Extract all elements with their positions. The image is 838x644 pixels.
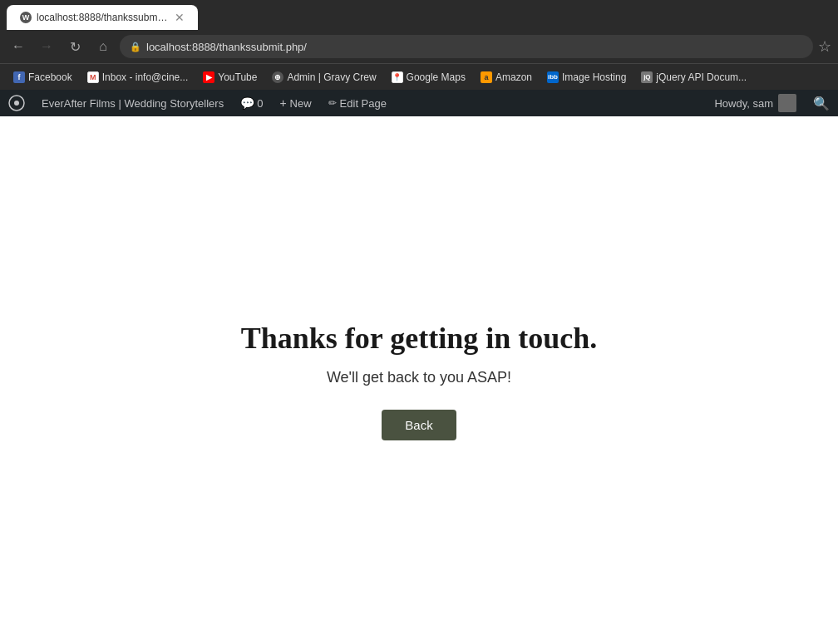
bookmark-label: Image Hosting <box>562 71 626 83</box>
wp-comments-item[interactable]: 💬 0 <box>232 90 271 116</box>
active-tab[interactable]: W localhost:8888/thankssubmit.php/ ✕ <box>7 5 198 30</box>
address-text: localhost:8888/thankssubmit.php/ <box>146 41 803 53</box>
bookmark-amazon[interactable]: a Amazon <box>474 69 539 86</box>
wp-new-item[interactable]: + New <box>271 90 319 116</box>
bookmark-jquery[interactable]: jQ jQuery API Docum... <box>634 69 753 86</box>
wordpress-icon <box>8 95 25 111</box>
thank-you-heading: Thanks for getting in touch. <box>241 321 597 356</box>
bookmark-youtube[interactable]: ▶ YouTube <box>196 69 264 86</box>
wp-edit-page-item[interactable]: ✏ Edit Page <box>320 90 395 116</box>
wp-site-name[interactable]: EverAfter Films | Wedding Storytellers <box>33 90 232 116</box>
facebook-icon: f <box>13 71 25 83</box>
bookmark-admin[interactable]: ⊕ Admin | Gravy Crew <box>265 69 382 86</box>
bookmarks-bar: f Facebook M Inbox - info@cine... ▶ YouT… <box>0 63 838 90</box>
gmail-icon: M <box>87 71 99 83</box>
tab-favicon: W <box>20 12 32 23</box>
amazon-icon: a <box>481 71 492 83</box>
howdy-text: Howdy, sam <box>714 97 773 110</box>
bookmark-inbox[interactable]: M Inbox - info@cine... <box>81 69 195 86</box>
browser-chrome: W localhost:8888/thankssubmit.php/ ✕ ← →… <box>0 0 838 90</box>
wp-bar-right: Howdy, sam 🔍 <box>706 94 838 112</box>
bookmark-label: Admin | Gravy Crew <box>287 71 376 83</box>
address-bar-row: ← → ↻ ⌂ 🔒 localhost:8888/thankssubmit.ph… <box>0 30 838 63</box>
bookmark-label: Facebook <box>28 71 72 83</box>
bookmark-label: jQuery API Docum... <box>656 71 747 83</box>
bookmark-label: Inbox - info@cine... <box>102 71 189 83</box>
svg-point-1 <box>14 101 19 106</box>
bookmark-label: Amazon <box>495 71 532 83</box>
bookmark-imagehosting[interactable]: ibb Image Hosting <box>540 69 633 86</box>
bookmark-facebook[interactable]: f Facebook <box>7 69 79 86</box>
user-avatar <box>778 94 796 112</box>
forward-button[interactable]: → <box>35 35 58 58</box>
wp-howdy[interactable]: Howdy, sam <box>706 94 805 112</box>
bookmark-star-button[interactable]: ☆ <box>818 37 831 56</box>
wp-search-icon[interactable]: 🔍 <box>805 96 838 111</box>
address-bar[interactable]: 🔒 localhost:8888/thankssubmit.php/ <box>120 35 813 58</box>
lock-icon: 🔒 <box>130 42 141 52</box>
jquery-icon: jQ <box>641 71 653 83</box>
reload-button[interactable]: ↻ <box>63 35 86 58</box>
back-button[interactable]: Back <box>382 410 456 440</box>
home-button[interactable]: ⌂ <box>91 35 115 58</box>
tab-close-icon[interactable]: ✕ <box>175 11 185 24</box>
bookmark-label: YouTube <box>218 71 257 83</box>
comment-bubble-icon: 💬 <box>240 96 254 110</box>
back-button[interactable]: ← <box>7 35 30 58</box>
bookmark-label: Google Maps <box>407 71 466 83</box>
tab-bar: W localhost:8888/thankssubmit.php/ ✕ <box>0 0 838 30</box>
tab-title: localhost:8888/thankssubmit.php/ <box>37 12 170 23</box>
wp-admin-bar: EverAfter Films | Wedding Storytellers 💬… <box>0 90 838 116</box>
plus-icon: + <box>279 96 286 110</box>
edit-page-label: Edit Page <box>340 97 387 110</box>
imagehosting-icon: ibb <box>547 71 559 83</box>
site-name-label: EverAfter Films | Wedding Storytellers <box>42 97 224 110</box>
admin-icon: ⊕ <box>272 71 283 83</box>
new-label: New <box>290 97 312 110</box>
googlemaps-icon: 📍 <box>392 71 403 83</box>
wp-logo-item[interactable] <box>0 90 33 116</box>
bookmark-googlemaps[interactable]: 📍 Google Maps <box>385 69 472 86</box>
thank-you-subtext: We'll get back to you ASAP! <box>327 369 511 386</box>
main-content: Thanks for getting in touch. We'll get b… <box>0 116 838 644</box>
edit-icon: ✏ <box>328 97 337 109</box>
comments-count: 0 <box>257 97 263 110</box>
youtube-icon: ▶ <box>203 71 214 83</box>
